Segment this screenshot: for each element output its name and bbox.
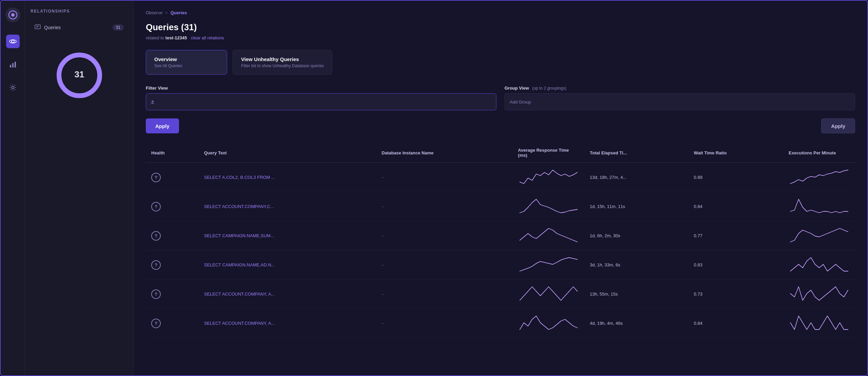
clear-relations-link[interactable]: clear all relations [191, 35, 224, 40]
cell-avg-response [513, 309, 585, 338]
sparkline [789, 227, 850, 244]
cell-health: ? [146, 192, 199, 221]
col-db-instance: Database Instance Name [376, 143, 513, 163]
apply-row: Apply Apply [146, 118, 855, 133]
sidebar-title: RELATIONSHIPS [31, 9, 128, 14]
query-text-link[interactable]: SELECT ACCOUNT.COMPANY,C... [204, 204, 274, 209]
cell-executions-pm [783, 250, 855, 280]
breadcrumb-separator: > [165, 10, 168, 15]
query-text-link[interactable]: SELECT CAMPAIGN.NAME,AD.N... [204, 262, 275, 267]
sparkline [518, 198, 579, 214]
cell-query-text[interactable]: SELECT ACCOUNT.COMPANY, A... [199, 309, 376, 338]
cell-wait-ratio: 0.73 [688, 280, 783, 309]
svg-rect-5 [12, 63, 14, 68]
breadcrumb-current: Queries [171, 10, 187, 15]
view-card-overview-desc: See All Queries [154, 63, 219, 68]
cell-query-text[interactable]: SELECT CAMPAIGN.NAME,AD.N... [199, 250, 376, 280]
cell-avg-response [513, 192, 585, 221]
icon-bar: Guide Me [1, 1, 25, 375]
group-apply-button[interactable]: Apply [821, 118, 855, 133]
guide-me-tab[interactable]: Guide Me [0, 272, 1, 307]
col-total-elapsed: Total Elapsed Ti... [585, 143, 689, 163]
filter-group-row: Filter View ± Group View (up to 2 groupi… [146, 86, 855, 110]
cell-health: ? [146, 309, 199, 338]
filter-plus-icon: ± [151, 98, 154, 106]
sparkline [518, 227, 579, 244]
svg-point-2 [12, 40, 14, 43]
sidebar-item-count: 31 [113, 24, 124, 31]
group-label: Group View (up to 2 groupings) [505, 86, 855, 91]
query-text-link[interactable]: SELECT A.COL2, B.COL3 FROM ... [204, 175, 275, 180]
view-card-unhealthy-desc: Filter list to show Unhealthy Database q… [241, 63, 324, 68]
query-text-link[interactable]: SELECT ACCOUNT.COMPANY, A... [204, 292, 275, 297]
view-card-unhealthy[interactable]: View Unhealthy Queries Filter list to sh… [233, 50, 332, 75]
cell-health: ? [146, 280, 199, 309]
queries-icon [35, 24, 41, 31]
cell-wait-ratio: 0.89 [688, 163, 783, 192]
cell-executions-pm [783, 221, 855, 250]
page-title: Queries (31) [146, 22, 855, 33]
cell-total-elapsed: 13h, 55m, 15s [585, 280, 689, 309]
view-card-overview[interactable]: Overview See All Queries [146, 50, 227, 75]
cell-total-elapsed: 3d, 1h, 33m, 6s [585, 250, 689, 280]
cell-health: ? [146, 250, 199, 280]
cell-avg-response [513, 280, 585, 309]
cell-db-instance: – [376, 309, 513, 338]
svg-rect-8 [35, 25, 40, 29]
view-cards: Overview See All Queries View Unhealthy … [146, 50, 855, 75]
cell-total-elapsed: 4d, 19h, 4m, 46s [585, 309, 689, 338]
health-icon: ? [151, 231, 161, 241]
filter-label: Filter View [146, 86, 496, 91]
sparkline [518, 256, 579, 273]
cell-health: ? [146, 221, 199, 250]
cell-wait-ratio: 0.84 [688, 309, 783, 338]
cell-query-text[interactable]: SELECT ACCOUNT.COMPANY,C... [199, 192, 376, 221]
table-row: ?SELECT ACCOUNT.COMPANY, A...– 4d, 19h, … [146, 309, 855, 338]
nav-icon-settings[interactable] [6, 81, 20, 94]
cell-total-elapsed: 1d, 6h, 2m, 30s [585, 221, 689, 250]
cell-executions-pm [783, 280, 855, 309]
cell-avg-response [513, 163, 585, 192]
sidebar-item-queries[interactable]: Queries 31 [31, 20, 128, 35]
cell-db-instance: – [376, 250, 513, 280]
col-wait-ratio: Wait Time Ratio [688, 143, 783, 163]
table-row: ?SELECT CAMPAIGN.NAME,AD.N...– 3d, 1h, 3… [146, 250, 855, 280]
sparkline [789, 256, 850, 273]
filter-input-wrapper[interactable]: ± [146, 93, 496, 110]
health-icon: ? [151, 289, 161, 299]
svg-rect-4 [10, 65, 11, 68]
filter-apply-button[interactable]: Apply [146, 118, 179, 133]
table-row: ?SELECT A.COL2, B.COL3 FROM ...– 13d, 18… [146, 163, 855, 192]
cell-avg-response [513, 250, 585, 280]
cell-total-elapsed: 13d, 18h, 27m, 4... [585, 163, 689, 192]
sparkline [789, 168, 850, 185]
sparkline [789, 314, 850, 331]
col-avg-response: Average Response Time (ms) [513, 143, 585, 163]
svg-text:31: 31 [74, 69, 84, 79]
cell-query-text[interactable]: SELECT CAMPAIGN.NAME,SUM... [199, 221, 376, 250]
cell-avg-response [513, 221, 585, 250]
related-text: related to test-12345 clear all relation… [146, 35, 855, 40]
health-icon: ? [151, 319, 161, 328]
nav-icon-metrics[interactable] [6, 58, 20, 71]
cell-query-text[interactable]: SELECT A.COL2, B.COL3 FROM ... [199, 163, 376, 192]
breadcrumb-parent: Observe [146, 10, 162, 15]
filter-section: Filter View ± [146, 86, 496, 110]
group-section: Group View (up to 2 groupings) Add Group [505, 86, 855, 110]
group-placeholder: Add Group [510, 99, 531, 105]
nav-icon-observe[interactable] [6, 35, 20, 48]
cell-health: ? [146, 163, 199, 192]
query-text-link[interactable]: SELECT ACCOUNT.COMPANY, A... [204, 321, 275, 326]
cell-query-text[interactable]: SELECT ACCOUNT.COMPANY, A... [199, 280, 376, 309]
cell-total-elapsed: 1d, 15h, 11m, 11s [585, 192, 689, 221]
cell-wait-ratio: 0.77 [688, 221, 783, 250]
related-entity: test-12345 [165, 35, 187, 40]
cell-wait-ratio: 0.84 [688, 192, 783, 221]
cell-executions-pm [783, 163, 855, 192]
cell-executions-pm [783, 192, 855, 221]
query-text-link[interactable]: SELECT CAMPAIGN.NAME,SUM... [204, 233, 274, 238]
col-health: Health [146, 143, 199, 163]
group-input-wrapper[interactable]: Add Group [505, 93, 855, 110]
health-icon: ? [151, 260, 161, 270]
cell-wait-ratio: 0.83 [688, 250, 783, 280]
